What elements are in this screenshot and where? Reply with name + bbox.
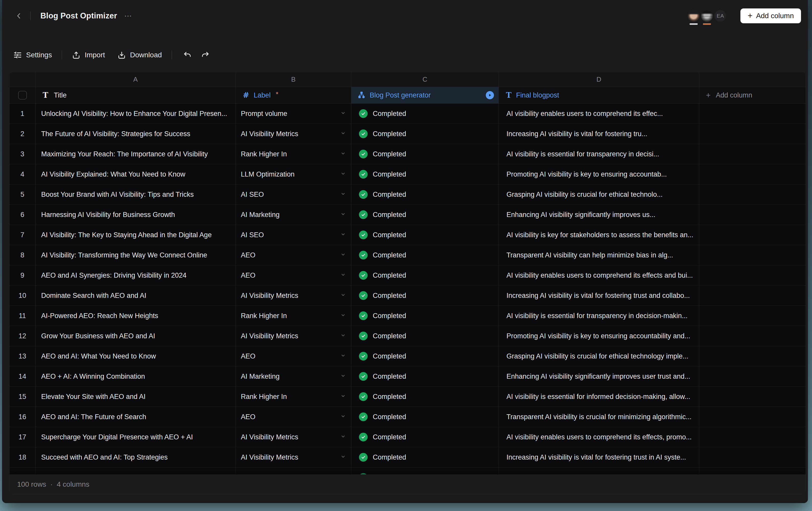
row-number[interactable]: 14 (9, 367, 35, 386)
row-number[interactable]: 12 (9, 326, 35, 346)
status-cell[interactable]: Completed (351, 164, 499, 184)
final-blogpost-cell[interactable]: AI visibility enables users to comprehen… (499, 265, 699, 285)
label-cell[interactable]: AI Visibility Metrics (236, 124, 351, 144)
title-cell[interactable]: Elevate Your Site with AEO and AI (35, 387, 236, 407)
status-cell[interactable]: Completed (351, 407, 499, 427)
title-cell[interactable]: Boost Your Brand with AI Visibility: Tip… (35, 185, 236, 205)
final-blogpost-cell[interactable]: Transparent AI visibility can help minim… (499, 245, 699, 265)
select-all-checkbox[interactable] (18, 91, 27, 100)
status-cell[interactable]: Completed (351, 427, 499, 447)
status-cell[interactable]: Completed (351, 447, 499, 467)
avatar[interactable] (688, 10, 699, 22)
label-cell[interactable]: AI Marketing (236, 367, 351, 386)
row-number[interactable]: 15 (9, 387, 35, 407)
status-cell[interactable]: Completed (351, 306, 499, 326)
row-number[interactable]: 13 (9, 346, 35, 366)
title-cell[interactable]: AEO and AI: The Future of Search (35, 407, 236, 427)
more-menu-icon[interactable]: ⋯ (124, 12, 133, 20)
title-cell[interactable]: AEO and AI: What You Need to Know (35, 346, 236, 366)
final-blogpost-cell[interactable]: Transparent AI visibility is crucial for… (499, 407, 699, 427)
label-cell[interactable]: Rank Higher In (236, 144, 351, 164)
label-cell[interactable]: AI Visibility Metrics (236, 447, 351, 467)
avatar[interactable] (701, 10, 713, 22)
final-blogpost-cell[interactable]: AI visibility is key for stakeholders to… (499, 225, 699, 245)
settings-button[interactable]: Settings (13, 51, 52, 59)
title-cell[interactable]: The Future of AI Visibility: Strategies … (35, 124, 236, 144)
title-cell[interactable]: Dominate Search with AEO and AI (35, 286, 236, 305)
status-cell[interactable]: Completed (351, 367, 499, 386)
label-cell[interactable]: AEO (236, 407, 351, 427)
status-cell[interactable]: Completed (351, 387, 499, 407)
final-blogpost-cell[interactable]: AI visibility is essential for transpare… (499, 306, 699, 326)
label-cell[interactable]: Rank Higher In (236, 306, 351, 326)
row-number[interactable]: 10 (9, 286, 35, 305)
column-letter-a[interactable]: A (35, 72, 236, 87)
label-cell[interactable]: AI Visibility Metrics (236, 286, 351, 305)
status-cell[interactable]: Completed (351, 205, 499, 225)
final-blogpost-cell[interactable]: Grasping AI visibility is crucial for et… (499, 346, 699, 366)
add-column-cell[interactable]: + Add column (699, 87, 806, 103)
column-header-generator[interactable]: Blog Post generator (351, 87, 499, 103)
row-number[interactable]: 8 (9, 245, 35, 265)
status-cell[interactable]: Completed (351, 326, 499, 346)
title-cell[interactable]: AEO and AI Synergies: Driving Visibility… (35, 265, 236, 285)
final-blogpost-cell[interactable]: Enhancing AI visibility significantly im… (499, 205, 699, 225)
redo-button[interactable] (200, 49, 211, 61)
row-number[interactable]: 5 (9, 185, 35, 205)
final-blogpost-cell[interactable]: Promoting AI visibility is key to ensuri… (499, 326, 699, 346)
status-cell[interactable]: Completed (351, 245, 499, 265)
label-cell[interactable]: AI SEO (236, 225, 351, 245)
final-blogpost-cell[interactable]: Increasing AI visibility is vital for fo… (499, 124, 699, 144)
status-cell[interactable]: Completed (351, 265, 499, 285)
avatar-initials[interactable]: EA (714, 10, 726, 22)
row-number[interactable]: 1 (9, 104, 35, 124)
final-blogpost-cell[interactable]: AI visibility enables users to comprehen… (499, 427, 699, 447)
row-number[interactable]: 4 (9, 164, 35, 184)
row-number[interactable]: 6 (9, 205, 35, 225)
status-cell[interactable]: Completed (351, 185, 499, 205)
title-cell[interactable]: Unlocking AI Visibility: How to Enhance … (35, 104, 236, 124)
status-cell[interactable]: Completed (351, 346, 499, 366)
row-number[interactable]: 9 (9, 265, 35, 285)
label-cell[interactable]: AI Visibility Metrics (236, 427, 351, 447)
final-blogpost-cell[interactable]: Enhancing AI visibility significantly im… (499, 367, 699, 386)
undo-button[interactable] (182, 49, 193, 61)
status-cell[interactable]: Completed (351, 225, 499, 245)
column-letter-c[interactable]: C (351, 72, 499, 87)
column-header-title[interactable]: T Title (35, 87, 236, 103)
status-cell[interactable]: Completed (351, 124, 499, 144)
download-button[interactable]: Download (117, 51, 162, 59)
label-cell[interactable]: Rank Higher In (236, 387, 351, 407)
final-blogpost-cell[interactable]: AI visibility is essential for transpare… (499, 144, 699, 164)
title-cell[interactable]: Supercharge Your Digital Presence with A… (35, 427, 236, 447)
status-cell[interactable]: Completed (351, 286, 499, 305)
row-number[interactable]: 7 (9, 225, 35, 245)
label-cell[interactable]: AI Visibility Metrics (236, 326, 351, 346)
final-blogpost-cell[interactable]: Grasping AI visibility is crucial for et… (499, 185, 699, 205)
title-cell[interactable]: AI-Powered AEO: Reach New Heights (35, 306, 236, 326)
label-cell[interactable]: AI SEO (236, 185, 351, 205)
title-cell[interactable]: AI Visibility: The Key to Staying Ahead … (35, 225, 236, 245)
status-cell[interactable]: Completed (351, 144, 499, 164)
title-cell[interactable]: AI Visibility Explained: What You Need t… (35, 164, 236, 184)
title-cell[interactable]: AI Visibility: Transforming the Way We C… (35, 245, 236, 265)
label-cell[interactable]: Prompt volume (236, 104, 351, 124)
import-button[interactable]: Import (72, 51, 105, 59)
row-number[interactable]: 11 (9, 306, 35, 326)
final-blogpost-cell[interactable]: Promoting AI visibility is key to ensuri… (499, 164, 699, 184)
final-blogpost-cell[interactable]: AI visibility enables users to comprehen… (499, 104, 699, 124)
column-header-final[interactable]: T Final blogpost (499, 87, 699, 103)
column-letter-b[interactable]: B (236, 72, 351, 87)
title-cell[interactable]: Succeed with AEO and AI: Top Strategies (35, 447, 236, 467)
title-cell[interactable]: AEO + AI: A Winning Combination (35, 367, 236, 386)
row-number[interactable]: 17 (9, 427, 35, 447)
label-cell[interactable]: LLM Optimization (236, 164, 351, 184)
column-letter-d[interactable]: D (499, 72, 699, 87)
label-cell[interactable]: AEO (236, 346, 351, 366)
title-cell[interactable]: Grow Your Business with AEO and AI (35, 326, 236, 346)
row-number[interactable]: 3 (9, 144, 35, 164)
column-header-label[interactable]: # Label * (236, 87, 351, 103)
final-blogpost-cell[interactable]: Increasing AI visibility is vital for fo… (499, 447, 699, 467)
row-number[interactable]: 2 (9, 124, 35, 144)
title-cell[interactable]: Maximizing Your Reach: The Importance of… (35, 144, 236, 164)
